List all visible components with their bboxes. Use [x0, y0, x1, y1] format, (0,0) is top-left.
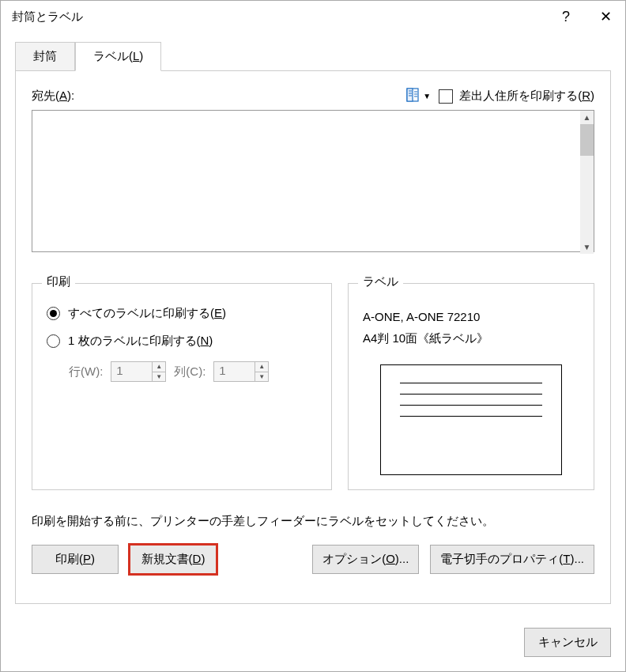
epost-button-suffix: )... — [571, 552, 585, 565]
tab-strip: 封筒 ラベル(L) — [15, 42, 611, 71]
radio-all-label: すべてのラベルに印刷する(E) — [68, 306, 226, 321]
window-title: 封筒とラベル — [12, 9, 546, 25]
row-label: 行(W): — [69, 364, 103, 379]
help-button[interactable]: ? — [546, 1, 586, 32]
radio-all-text: すべてのラベルに印刷する( — [68, 306, 214, 319]
spin-down-icon[interactable]: ▼ — [255, 372, 268, 382]
row-col-inputs: 行(W): 1 ▲▼ 列(C): 1 ▲▼ — [47, 361, 317, 382]
address-book-icon — [405, 87, 421, 105]
print-group-title: 印刷 — [42, 274, 75, 289]
newdoc-button-suffix: ) — [201, 552, 205, 565]
tab-label[interactable]: ラベル(L) — [75, 42, 161, 71]
scroll-up-icon[interactable]: ▲ — [580, 111, 594, 124]
radio-one[interactable] — [47, 334, 60, 348]
preview-line — [400, 383, 542, 383]
radio-all-row[interactable]: すべてのラベルに印刷する(E) — [47, 306, 317, 321]
address-book-button[interactable]: ▼ — [405, 87, 431, 105]
radio-all-suffix: ) — [222, 306, 226, 319]
radio-all-key: E — [214, 306, 222, 319]
options-button-text: オプション( — [322, 552, 386, 565]
tab-envelope[interactable]: 封筒 — [15, 42, 75, 71]
print-button-suffix: ) — [91, 552, 95, 565]
epost-button-key: T — [563, 552, 570, 565]
row-spinner[interactable]: 1 ▲▼ — [111, 361, 166, 382]
radio-all[interactable] — [47, 307, 60, 320]
return-address-checkbox[interactable] — [439, 89, 453, 104]
scroll-thumb[interactable] — [580, 124, 594, 156]
radio-one-key: N — [201, 334, 209, 347]
row-spin-buttons[interactable]: ▲▼ — [152, 362, 165, 381]
preview-line — [400, 405, 542, 406]
dialog-footer: キャンセル — [1, 618, 625, 671]
col-spin-buttons[interactable]: ▲▼ — [255, 362, 268, 381]
button-row: 印刷(P) 新規文書(D) オプション(O)... 電子切手のプロパティ(T).… — [32, 545, 594, 574]
label-group[interactable]: ラベル A-ONE, A-ONE 72210 A4判 10面《紙ラベル》 — [348, 283, 594, 490]
address-textarea-wrap: ▲ ▼ — [32, 110, 594, 255]
scrollbar[interactable]: ▲ ▼ — [580, 111, 594, 254]
row-value: 1 — [111, 362, 152, 381]
address-label-key: A — [59, 89, 67, 102]
new-document-button[interactable]: 新規文書(D) — [130, 545, 217, 574]
address-label-suffix: ): — [67, 89, 74, 102]
close-button[interactable]: ✕ — [586, 1, 625, 32]
col-spinner[interactable]: 1 ▲▼ — [213, 361, 269, 382]
dropdown-icon: ▼ — [423, 92, 431, 100]
tab-panel-label: 宛先(A): ▼ 差出人住所を印刷する(R) — [15, 70, 611, 604]
spin-up-icon[interactable]: ▲ — [153, 362, 165, 372]
radio-one-label: 1 枚のラベルに印刷する(N) — [68, 334, 213, 349]
label-spec: A4判 10面《紙ラベル》 — [363, 327, 579, 349]
radio-one-suffix: ) — [209, 334, 213, 347]
client-area: 封筒 ラベル(L) 宛先(A): ▼ 差出人住所を印 — [1, 32, 625, 618]
tab-label-text: ラベル( — [93, 49, 133, 62]
print-group: 印刷 すべてのラベルに印刷する(E) 1 枚のラベルに印刷する(N) — [32, 283, 332, 490]
spin-up-icon[interactable]: ▲ — [255, 362, 268, 372]
hint-text: 印刷を開始する前に、プリンターの手差しフィーダーにラベルをセットしてください。 — [32, 514, 594, 529]
print-button[interactable]: 印刷(P) — [32, 545, 119, 574]
print-button-text: 印刷( — [55, 552, 83, 565]
preview-line — [400, 394, 542, 395]
groups-row: 印刷 すべてのラベルに印刷する(E) 1 枚のラベルに印刷する(N) — [32, 283, 594, 490]
newdoc-button-text: 新規文書( — [141, 552, 193, 565]
spacer — [228, 545, 301, 574]
scroll-down-icon[interactable]: ▼ — [580, 240, 594, 254]
print-button-key: P — [83, 552, 91, 565]
address-label-text: 宛先( — [32, 89, 59, 102]
titlebar-controls: ? ✕ — [546, 1, 625, 32]
address-label: 宛先(A): — [32, 89, 398, 104]
return-address-label: 差出人住所を印刷する(R) — [459, 89, 594, 104]
col-value: 1 — [214, 362, 255, 381]
options-button[interactable]: オプション(O)... — [312, 545, 419, 574]
return-address-key: R — [582, 89, 590, 102]
return-address-suffix: ) — [590, 89, 594, 102]
options-button-key: O — [386, 552, 395, 565]
options-button-suffix: )... — [395, 552, 409, 565]
col-label: 列(C): — [174, 364, 206, 379]
dialog-window: 封筒とラベル ? ✕ 封筒 ラベル(L) 宛先(A): ▼ — [0, 0, 626, 672]
cancel-button[interactable]: キャンセル — [524, 628, 611, 657]
label-preview — [380, 364, 562, 475]
newdoc-button-key: D — [193, 552, 202, 565]
label-vendor: A-ONE, A-ONE 72210 — [363, 306, 579, 327]
radio-one-row[interactable]: 1 枚のラベルに印刷する(N) — [47, 334, 317, 349]
label-group-title: ラベル — [358, 274, 403, 289]
epostage-button[interactable]: 電子切手のプロパティ(T)... — [430, 545, 594, 574]
preview-line — [400, 416, 542, 417]
return-address-text: 差出人住所を印刷する( — [459, 89, 582, 102]
epost-button-text: 電子切手のプロパティ( — [440, 552, 563, 565]
spin-down-icon[interactable]: ▼ — [153, 372, 165, 382]
radio-one-text: 1 枚のラベルに印刷する( — [68, 334, 201, 347]
tab-label-suffix: ) — [139, 49, 143, 62]
address-textarea[interactable] — [32, 110, 594, 252]
address-header: 宛先(A): ▼ 差出人住所を印刷する(R) — [32, 87, 594, 105]
titlebar: 封筒とラベル ? ✕ — [1, 1, 625, 32]
return-address-checkbox-wrap[interactable]: 差出人住所を印刷する(R) — [439, 89, 594, 104]
label-info: A-ONE, A-ONE 72210 A4判 10面《紙ラベル》 — [363, 306, 579, 349]
